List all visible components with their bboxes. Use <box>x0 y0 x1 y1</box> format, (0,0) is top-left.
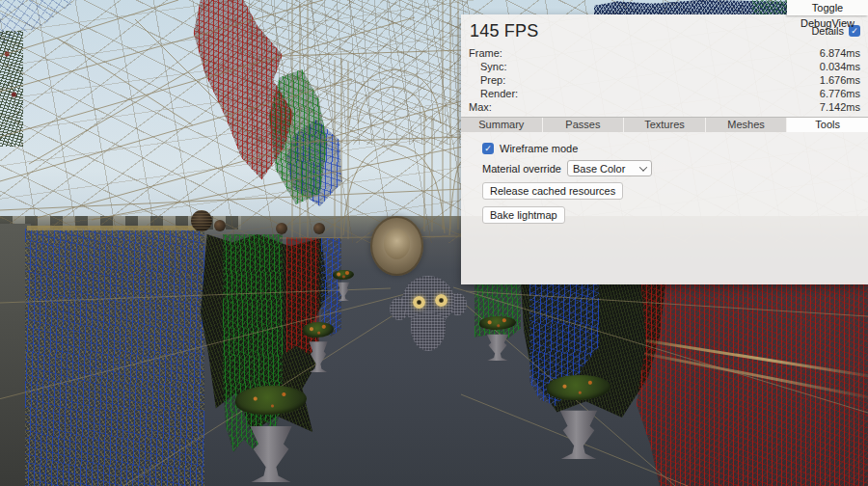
stat-value: 1.676ms <box>820 73 860 87</box>
stat-row-frame: Frame: 6.874ms <box>461 46 868 60</box>
flower-pot <box>336 274 351 301</box>
stat-label: Render: <box>469 87 518 100</box>
pot-foliage <box>479 316 516 330</box>
wireframe-sphere <box>191 210 212 231</box>
pot-foliage <box>235 386 306 415</box>
stat-label: Max: <box>469 100 492 114</box>
pot-foliage <box>333 270 354 280</box>
pot-urn <box>245 418 297 482</box>
tab-summary[interactable]: Summary <box>461 118 543 132</box>
stat-row-max: Max: 7.142ms <box>461 100 868 114</box>
pot-urn <box>556 404 602 459</box>
monkey-snout <box>411 312 446 351</box>
frame-stats: Frame: 6.874ms Sync: 0.034ms Prep: 1.676… <box>461 46 868 114</box>
chevron-down-icon <box>639 163 647 171</box>
flower-pot <box>245 397 297 482</box>
stat-value: 6.776ms <box>820 87 860 100</box>
flower-pot <box>556 386 602 459</box>
stat-label: Sync: <box>469 60 507 73</box>
stat-value: 6.874ms <box>820 46 860 60</box>
pot-urn <box>336 280 351 301</box>
monkey-eye <box>413 296 425 309</box>
monkey-eye <box>435 294 448 307</box>
monkey-head-mesh <box>390 276 467 351</box>
pot-foliage <box>547 375 610 400</box>
curtain-gold-trim <box>27 226 204 230</box>
stat-label: Prep: <box>469 73 505 87</box>
tab-tools[interactable]: Tools <box>787 118 868 132</box>
flower-pot <box>484 322 511 361</box>
curtain-rod-finial <box>214 220 226 231</box>
curtain-rod-finial <box>313 223 325 234</box>
curtain-red-right <box>637 282 868 486</box>
fps-counter: 145 FPS <box>470 21 538 41</box>
pot-urn <box>484 331 511 361</box>
tools-tab-content: Wireframe mode Material override Base Co… <box>461 132 868 224</box>
tree-left-edge <box>0 31 23 147</box>
tab-passes[interactable]: Passes <box>543 118 625 132</box>
pot-urn <box>307 338 330 372</box>
tab-textures[interactable]: Textures <box>624 118 706 132</box>
stat-row-sync: Sync: 0.034ms <box>461 60 868 73</box>
bake-lightmap-button[interactable]: Bake lightmap <box>482 206 565 224</box>
wireframe-mode-label: Wireframe mode <box>500 143 578 154</box>
stat-row-prep: Prep: 1.676ms <box>461 73 868 87</box>
app-root: Toggle DebugView 145 FPS Details Frame: … <box>0 0 868 486</box>
material-override-label: Material override <box>482 163 561 175</box>
stat-row-render: Render: 6.776ms <box>461 87 868 100</box>
wireframe-mode-checkbox[interactable] <box>482 143 494 154</box>
stat-label: Frame: <box>469 46 502 60</box>
lion-face <box>384 229 410 259</box>
curtain-blue-wall-left <box>25 229 204 486</box>
stat-value: 0.034ms <box>820 60 860 73</box>
release-cached-resources-button[interactable]: Release cached resources <box>482 182 623 200</box>
stat-value: 7.142ms <box>820 100 860 114</box>
tab-meshes[interactable]: Meshes <box>706 118 788 132</box>
curtain-rod-finial <box>276 223 287 234</box>
material-override-value: Base Color <box>573 163 625 175</box>
debug-panel: 145 FPS Details Frame: 6.874ms Sync: 0.0… <box>461 14 868 284</box>
material-override-dropdown[interactable]: Base Color <box>567 160 652 176</box>
pot-foliage <box>303 322 335 338</box>
panel-tab-bar: Summary Passes Textures Meshes Tools <box>461 117 868 132</box>
flower-pot <box>307 328 330 372</box>
lion-head-ornament <box>370 216 423 276</box>
wireframe-patch-topright <box>752 0 789 14</box>
toggle-debugview-button[interactable]: Toggle DebugView <box>787 0 868 15</box>
